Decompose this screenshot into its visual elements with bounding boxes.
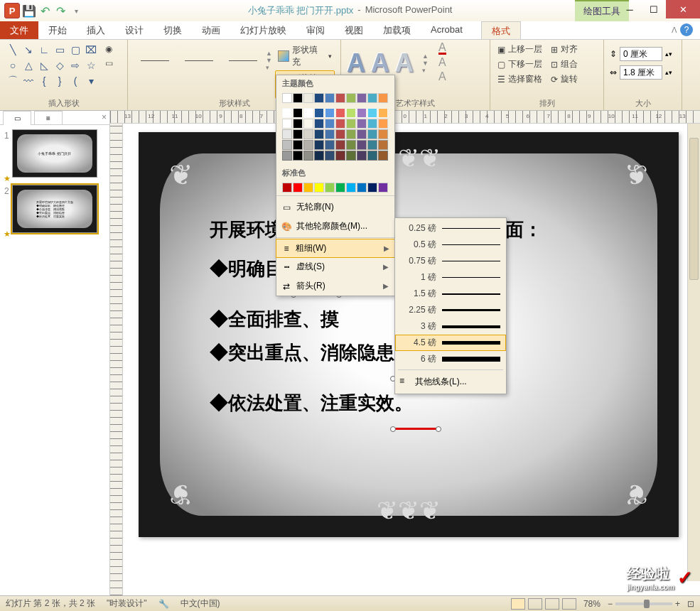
color-swatch[interactable]	[335, 151, 345, 161]
color-swatch[interactable]	[367, 183, 377, 193]
color-swatch[interactable]	[282, 140, 292, 150]
tab-acrobat[interactable]: Acrobat	[421, 21, 473, 39]
weight-option[interactable]: 0.75 磅	[395, 253, 506, 269]
color-swatch[interactable]	[303, 119, 313, 129]
spinner-icon[interactable]: ▴▾	[665, 50, 672, 58]
wordart-style[interactable]: A	[395, 48, 414, 78]
color-swatch[interactable]	[325, 108, 335, 118]
color-swatch[interactable]	[314, 108, 324, 118]
color-swatch[interactable]	[293, 140, 303, 150]
tab-file[interactable]: 文件	[0, 21, 38, 39]
color-swatch[interactable]	[325, 183, 335, 193]
color-swatch[interactable]	[314, 151, 324, 161]
text-effects-icon[interactable]: A	[438, 70, 446, 83]
panel-close-icon[interactable]: ×	[102, 112, 107, 122]
text-fill-icon[interactable]: A	[438, 43, 446, 55]
color-swatch[interactable]	[293, 93, 303, 103]
color-swatch[interactable]	[367, 129, 377, 139]
gallery-more-icon[interactable]: ▾	[266, 64, 272, 71]
dashes-item[interactable]: ┅虚线(S)▶	[276, 257, 394, 276]
color-swatch[interactable]	[357, 151, 367, 161]
app-icon[interactable]: P	[4, 3, 20, 18]
tab-insert[interactable]: 插入	[77, 21, 115, 39]
color-swatch[interactable]	[357, 129, 367, 139]
color-swatch[interactable]	[367, 119, 377, 129]
color-swatch[interactable]	[367, 108, 377, 118]
tab-design[interactable]: 设计	[115, 21, 154, 39]
color-swatch[interactable]	[378, 183, 388, 193]
shape-star-icon[interactable]: ☆	[84, 58, 98, 72]
color-swatch[interactable]	[314, 140, 324, 150]
zoom-in-icon[interactable]: +	[675, 599, 680, 609]
spell-check-icon[interactable]: 🔧	[158, 599, 169, 609]
shape-brace-icon[interactable]: {	[37, 74, 51, 88]
reading-view-button[interactable]	[545, 598, 559, 610]
color-swatch[interactable]	[314, 119, 324, 129]
gallery-down-icon[interactable]: ▼	[422, 60, 429, 67]
gallery-down-icon[interactable]: ▼	[266, 57, 272, 64]
shape-freeform-icon[interactable]: 〰	[21, 74, 36, 88]
wordart-style[interactable]: A	[371, 48, 389, 78]
language-status[interactable]: 中文(中国)	[181, 598, 220, 610]
zoom-thumb[interactable]	[644, 600, 650, 608]
color-swatch[interactable]	[303, 140, 313, 150]
color-swatch[interactable]	[303, 108, 313, 118]
weight-option[interactable]: 1.5 磅	[395, 286, 506, 302]
slide-thumbnail-2[interactable]: 开展环境保护大检查四个方面◆明确目标、细化责任◆全面排查、摸清底数◆突出重点、消…	[12, 185, 97, 233]
tab-slideshow[interactable]: 幻灯片放映	[230, 21, 296, 39]
shape-more-icon[interactable]: ▾	[84, 74, 98, 88]
color-swatch[interactable]	[346, 119, 356, 129]
spinner-icon[interactable]: ▴▾	[665, 69, 672, 76]
normal-view-button[interactable]	[511, 598, 525, 610]
weight-item[interactable]: ≡粗细(W)▶	[276, 239, 395, 258]
close-button[interactable]: ✕	[666, 0, 700, 18]
color-swatch[interactable]	[303, 129, 313, 139]
color-swatch[interactable]	[335, 183, 345, 193]
weight-option[interactable]: 3 磅	[395, 318, 506, 335]
color-swatch[interactable]	[367, 140, 377, 150]
shape-curve-icon[interactable]: ⌒	[6, 74, 20, 88]
color-swatch[interactable]	[282, 151, 292, 161]
style-gallery[interactable]: ▲ ▼ ▾	[134, 43, 272, 78]
shape-textbox-icon[interactable]: ⌧	[84, 43, 98, 57]
color-swatch[interactable]	[303, 183, 313, 193]
color-swatch[interactable]	[346, 151, 356, 161]
shape-diamond-icon[interactable]: ◇	[53, 58, 67, 72]
color-swatch[interactable]	[357, 119, 367, 129]
color-swatch[interactable]	[357, 140, 367, 150]
color-swatch[interactable]	[282, 183, 292, 193]
color-swatch[interactable]	[293, 129, 303, 139]
width-input[interactable]	[620, 65, 662, 80]
color-swatch[interactable]	[314, 183, 324, 193]
bullet-4[interactable]: ◆依法处置、注重实效。	[210, 391, 608, 416]
qat-more-icon[interactable]: ▾	[70, 4, 82, 17]
color-swatch[interactable]	[357, 93, 367, 103]
shape-arrowshape-icon[interactable]: ⇨	[68, 58, 82, 72]
arrows-item[interactable]: ⇄箭头(R)▶	[276, 276, 394, 296]
color-swatch[interactable]	[367, 151, 377, 161]
collapse-ribbon-icon[interactable]: ᐱ	[672, 26, 677, 35]
style-sample[interactable]	[134, 43, 176, 78]
color-swatch[interactable]	[335, 129, 345, 139]
color-swatch[interactable]	[378, 93, 388, 103]
color-swatch[interactable]	[357, 183, 367, 193]
color-swatch[interactable]	[303, 93, 313, 103]
wordart-style[interactable]: A	[347, 48, 365, 78]
bring-forward-button[interactable]: ▣上移一层	[496, 43, 544, 56]
save-icon[interactable]: 💾	[23, 4, 36, 17]
color-swatch[interactable]	[378, 119, 388, 129]
shape-rect-icon[interactable]: ▭	[53, 43, 67, 57]
group-button[interactable]: ⊡组合	[549, 58, 579, 71]
shape-line-selected[interactable]	[394, 428, 437, 430]
shape-oval-icon[interactable]: ○	[6, 58, 20, 72]
weight-option[interactable]: 4.5 磅	[395, 335, 506, 351]
color-swatch[interactable]	[325, 119, 335, 129]
color-swatch[interactable]	[378, 151, 388, 161]
color-swatch[interactable]	[293, 183, 303, 193]
selection-pane-button[interactable]: ☰选择窗格	[496, 72, 544, 86]
color-swatch[interactable]	[293, 108, 303, 118]
color-swatch[interactable]	[378, 129, 388, 139]
height-input[interactable]	[620, 47, 662, 61]
more-lines-item[interactable]: ≡其他线条(L)...	[395, 372, 506, 391]
color-swatch[interactable]	[335, 140, 345, 150]
